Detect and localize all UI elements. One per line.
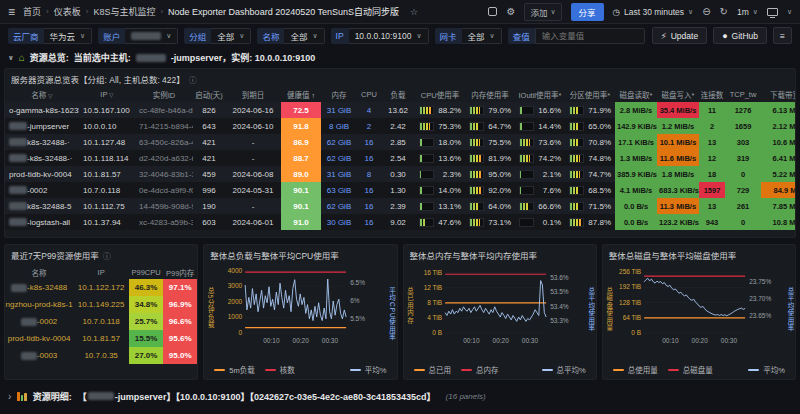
settings-gear-icon[interactable]: ⚙: [506, 7, 515, 17]
panel-title[interactable]: 最近7天P99资源使用率 ⓘ: [5, 245, 197, 263]
cell-link[interactable]: 31 GiB: [321, 102, 357, 118]
cell-link[interactable]: 63 GiB: [321, 182, 357, 198]
breadcrumb-dashboard-title[interactable]: Node Exporter Dashboard 20240520 TenSunS…: [168, 5, 399, 18]
cell-link[interactable]: 4: [357, 102, 381, 118]
column-header[interactable]: IOutil使用率*: [515, 87, 565, 102]
variable-select[interactable]: 全部∨: [284, 28, 324, 44]
variable-select[interactable]: 10.0.0.10:9100∨: [349, 28, 429, 44]
add-dropdown[interactable]: 添加∨: [524, 3, 561, 21]
variable-select[interactable]: 华为云∨: [44, 28, 93, 44]
panel-title[interactable]: 服务器资源总览表【分组: All, 主机总数: 422】 ⓘ: [5, 69, 795, 87]
column-header[interactable]: P99内存: [163, 265, 197, 279]
column-header[interactable]: 负载: [381, 87, 415, 102]
host-name[interactable]: k8s-32488-·: [27, 138, 70, 147]
host-name[interactable]: k8s-32488-5: [27, 202, 71, 211]
tv-mode-icon[interactable]: [767, 8, 778, 16]
kiosk-menu-button[interactable]: ≡: [773, 27, 792, 44]
host-name[interactable]: -logstash-all: [27, 218, 70, 227]
variable-value-input[interactable]: [535, 28, 645, 44]
share-button[interactable]: 分享: [571, 3, 604, 21]
cell-name[interactable]: -0002: [5, 313, 73, 330]
column-header[interactable]: 实例ID: [135, 87, 193, 102]
cell-ip[interactable]: 10.7.0.118: [73, 313, 129, 330]
github-button[interactable]: ●GitHub: [713, 27, 767, 44]
breadcrumb-dashboards[interactable]: 仪表板: [54, 5, 81, 18]
column-header[interactable]: IP ▽: [79, 87, 135, 102]
column-header[interactable]: 下载带宽: [761, 87, 795, 102]
time-range-picker[interactable]: ◷Last 30 minutes∨: [613, 7, 694, 17]
column-header[interactable]: IP: [73, 265, 129, 279]
host-name[interactable]: -0002: [27, 186, 47, 195]
cell-ip[interactable]: 10.7.0.35: [73, 347, 129, 364]
info-icon[interactable]: ⓘ: [189, 74, 197, 85]
column-header[interactable]: CPU使用率: [415, 87, 465, 102]
column-header[interactable]: 磁盘写入*: [657, 87, 699, 102]
cell-link[interactable]: 2: [357, 118, 381, 134]
column-header[interactable]: TCP_tw: [725, 87, 761, 102]
cell-link[interactable]: 16: [357, 134, 381, 150]
refresh-interval-picker[interactable]: 1m∨: [737, 7, 758, 17]
column-header[interactable]: 内存使用率: [465, 87, 515, 102]
cell-name[interactable]: -0003: [5, 347, 73, 364]
sort-asc-icon[interactable]: ↑: [310, 92, 315, 99]
row-header-overview[interactable]: ∨ ⌂ 资源总览: 当前选中主机: -jumpserver，实例: 10.0.0…: [0, 49, 800, 66]
update-button[interactable]: ⚡Update: [652, 27, 707, 44]
favorite-star-icon[interactable]: ☆: [410, 7, 418, 17]
column-header[interactable]: 分区使用率*: [565, 87, 615, 102]
column-header[interactable]: P99CPU: [129, 265, 163, 279]
column-header[interactable]: 到期日: [225, 87, 281, 102]
panel-title[interactable]: 整体总负载与整体平均CPU使用率: [204, 245, 396, 263]
cell-name[interactable]: ngzhou-prod-k8s-1: [5, 296, 73, 313]
variable-select[interactable]: 全部∨: [211, 28, 251, 44]
cell-link[interactable]: 31 GiB: [321, 166, 357, 182]
legend-item[interactable]: 平均%: [748, 364, 785, 375]
cell-name[interactable]: -k8s-32488: [5, 279, 73, 296]
cell-link[interactable]: 8: [357, 166, 381, 182]
column-header[interactable]: 内存: [321, 87, 357, 102]
filter-icon[interactable]: ▽: [46, 93, 52, 99]
cell-ip[interactable]: 10.1.81.57: [73, 330, 129, 347]
variable-select[interactable]: 全部∨: [462, 28, 502, 44]
cell-link[interactable]: 16: [357, 198, 381, 214]
breadcrumb-folder[interactable]: K8S与主机监控: [93, 5, 155, 18]
cell-name[interactable]: prod-tidb-kv-0004: [5, 330, 73, 347]
column-header[interactable]: CPU: [357, 87, 381, 102]
column-header[interactable]: 名称: [5, 265, 73, 279]
cell-ip[interactable]: 10.1.149.225: [73, 296, 129, 313]
host-name[interactable]: -k8s-32488-·: [27, 154, 72, 163]
panel-title[interactable]: 整体总磁盘与整体平均磁盘使用率: [603, 245, 795, 263]
cell-link[interactable]: 16: [357, 214, 381, 230]
legend-item[interactable]: 总已用: [414, 364, 452, 375]
host-name[interactable]: -jumpserver: [27, 122, 69, 131]
menu-icon[interactable]: ≡: [8, 5, 15, 19]
row-header-detail[interactable]: › 资源明细: 【-jumpserver】【10.0.0.10:9100】【02…: [4, 387, 796, 405]
collapse-nav-icon[interactable]: ∨: [787, 8, 792, 16]
column-header[interactable]: 名称 ▽: [5, 87, 79, 102]
cell-link[interactable]: 8 GiB: [321, 118, 357, 134]
cell-link[interactable]: 16: [357, 182, 381, 198]
cell-link[interactable]: 62 GiB: [321, 150, 357, 166]
breadcrumb-home[interactable]: 首页: [23, 5, 41, 18]
host-name[interactable]: prod-tidb-kv-0004: [9, 170, 72, 179]
info-icon[interactable]: ⓘ: [103, 250, 111, 261]
filter-icon[interactable]: ▽: [107, 92, 113, 98]
host-name[interactable]: o-gamma-k8s-16235·: [9, 106, 79, 115]
legend-item[interactable]: 总内存: [461, 364, 499, 375]
variable-select[interactable]: ∨: [125, 28, 178, 44]
zoom-out-icon[interactable]: ⊖: [702, 7, 710, 17]
cell-link[interactable]: 62 GiB: [321, 134, 357, 150]
cell-link[interactable]: 62 GiB: [321, 198, 357, 214]
legend-item[interactable]: 5m负载: [214, 364, 254, 375]
panel-add-icon[interactable]: [488, 7, 497, 16]
cell-ip[interactable]: 10.1.122.172: [73, 279, 129, 296]
legend-item[interactable]: 总使用量: [613, 364, 658, 375]
legend-item[interactable]: 总磁盘量: [668, 364, 713, 375]
legend-item[interactable]: 总平均%: [542, 364, 586, 375]
cell-link[interactable]: 16: [357, 150, 381, 166]
column-header[interactable]: 健康值 ↑: [281, 87, 321, 102]
column-header[interactable]: 连接数: [699, 87, 725, 102]
legend-item[interactable]: 平均%: [350, 364, 387, 375]
legend-item[interactable]: 核数: [265, 364, 295, 375]
column-header[interactable]: 启动(天): [193, 87, 225, 102]
refresh-icon[interactable]: ↻: [720, 7, 728, 17]
